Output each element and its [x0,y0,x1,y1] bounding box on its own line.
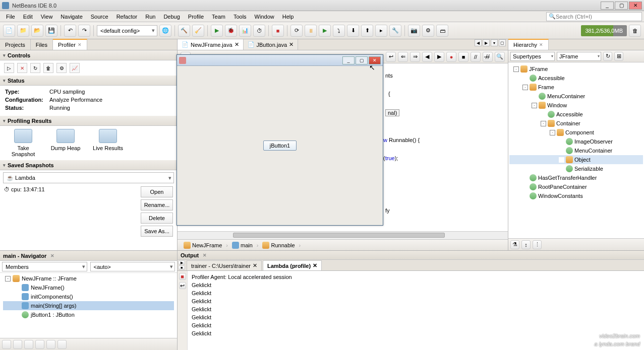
horizontal-scrollbar[interactable] [178,231,508,239]
menu-tools[interactable]: Tools [229,13,251,21]
saved-project-dropdown[interactable]: ☕ Lambda [3,172,174,183]
navigator-node[interactable]: -NewJFrame :: JFrame [3,274,174,283]
minimize-button[interactable]: _ [601,2,614,10]
browser-button[interactable]: 🌐 [159,25,171,37]
close-icon[interactable]: ✕ [235,41,239,48]
collapse-icon[interactable]: ▾ [3,78,6,83]
continue-button[interactable]: ▶ [319,25,331,37]
tree-toggle-icon[interactable] [532,94,537,99]
tree-toggle-icon[interactable] [14,303,20,309]
run-to-cursor-button[interactable]: ▸ [375,25,387,37]
close-icon[interactable]: ✕ [313,262,317,269]
running-app-window[interactable]: _ ▢ ✕ jButton1 [177,54,383,226]
reset-results-button[interactable]: ↻ [30,63,40,73]
profile-project-button[interactable]: ⚙ [422,25,434,37]
run-gc-button[interactable]: 🗑 [43,63,53,73]
delete-snapshot-button[interactable]: Delete [141,213,173,224]
tree-toggle-icon[interactable] [14,312,20,318]
step-into-button[interactable]: ⬇ [347,25,359,37]
hierarchy-node[interactable]: -JFrame [509,64,643,74]
hierarchy-node[interactable]: WindowConstants [509,191,643,200]
hierarchy-node[interactable]: Accessible [509,110,643,119]
uncomment-button[interactable]: /̶/̶ [483,52,493,62]
hierarchy-node[interactable]: Accessible [509,74,643,83]
modify-profiling-button[interactable]: ⚙ [56,63,67,73]
sort-source-button[interactable] [57,340,67,349]
tree-toggle-icon[interactable] [559,157,564,163]
dump-heap-button[interactable]: Dump Heap [47,129,84,157]
rename-snapshot-button[interactable]: Rename... [141,199,173,211]
tree-toggle-icon[interactable] [559,139,564,145]
memory-indicator[interactable]: 381,2/536,0MB [581,25,627,36]
menu-edit[interactable]: Edit [19,13,37,21]
tree-toggle-icon[interactable] [522,193,528,199]
output-content[interactable]: Profiler Agent: Local accelerated sessio… [188,271,644,350]
stop-output-button[interactable]: ■ [178,265,185,270]
build-button[interactable]: 🔨 [178,25,190,37]
menu-source[interactable]: Source [87,13,112,21]
stop-button[interactable]: ■ [272,25,284,37]
running-minimize-button[interactable]: _ [342,56,355,64]
hierarchy-node[interactable]: RootPaneContainer [509,182,643,191]
breadcrumb-inner[interactable]: Runnable [260,242,297,249]
collapse-icon[interactable]: ▾ [3,163,6,168]
menu-help[interactable]: Help [278,13,298,21]
close-button[interactable]: ✕ [629,2,642,10]
menu-window[interactable]: Window [251,13,278,21]
navigator-node[interactable]: initComponents() [3,292,174,301]
output-tab-trainer[interactable]: trainer - C:\Users\trainer✕ [187,260,262,270]
output-tab-lambda[interactable]: Lambda (profile)✕ [263,260,322,270]
navigator-scope-dropdown[interactable]: <auto> [90,262,175,271]
pause-button[interactable]: ⏸ [305,25,317,37]
snapshot-item[interactable]: ⏱ cpu: 13:47:11 [4,186,137,192]
menu-navigate[interactable]: Navigate [56,13,86,21]
redo-button[interactable]: ↷ [78,25,90,37]
hierarchy-node[interactable]: Serializable [509,164,643,173]
scroll-right-button[interactable]: ▶ [483,39,490,46]
running-maximize-button[interactable]: ▢ [356,56,368,64]
apply-code-changes-button[interactable]: 🔧 [389,25,401,37]
show-inherited-button[interactable] [2,340,11,349]
tab-hierarchy[interactable]: Hierarchy✕ [508,39,549,50]
rerun-button[interactable]: ⟳ [290,25,303,37]
tree-toggle-icon[interactable] [559,148,564,154]
quick-search[interactable]: 🔍 [546,12,642,21]
search-input[interactable] [556,14,639,20]
scrollbar-thumb[interactable] [233,233,445,238]
tree-toggle-icon[interactable] [14,285,20,291]
editor-tab-jbutton[interactable]: 📄JButton.java✕ [244,39,299,50]
navigator-node[interactable]: NewJFrame() [3,283,174,292]
profile-button[interactable]: 📊 [239,25,251,37]
menu-profile[interactable]: Profile [184,13,208,21]
navigator-node[interactable]: main(String[] args) [3,301,174,310]
hierarchy-node[interactable]: HasGetTransferHandler [509,173,643,182]
last-edit-button[interactable]: ↩ [386,52,396,62]
breadcrumb-class[interactable]: NewJFrame [182,242,224,249]
shift-right-button[interactable]: ▶ [434,52,444,62]
navigator-node[interactable]: jButton1 : JButton [3,310,174,319]
show-nonpublic-button[interactable] [35,340,44,349]
tree-toggle-icon[interactable]: - [522,85,528,90]
start-macro-button[interactable]: ● [446,52,456,62]
collapse-icon[interactable]: ▾ [3,53,6,58]
tree-toggle-icon[interactable] [541,112,546,117]
tab-profiler[interactable]: Profiler✕ [53,39,87,50]
run-button[interactable]: ▶ [211,25,223,37]
jbutton1[interactable]: jButton1 [263,141,297,151]
debug-button[interactable]: 🐞 [225,25,237,37]
hierarchy-tree[interactable]: -JFrameAccessible-FrameMenuContainer-Win… [508,62,644,238]
show-list-button[interactable]: ▾ [491,39,498,46]
hierarchy-node[interactable]: -Window [509,101,643,110]
navigator-tree[interactable]: -NewJFrame :: JFrameNewJFrame()initCompo… [0,273,177,338]
hierarchy-node[interactable]: -Container [509,119,643,128]
close-icon[interactable]: ✕ [253,262,257,269]
hierarchy-class-dropdown[interactable]: JFrame [557,52,601,61]
tree-toggle-icon[interactable] [522,175,528,181]
live-results-button[interactable]: Live Results [90,129,126,157]
maximize-editor-button[interactable]: ▢ [499,39,506,46]
sort-name-button[interactable] [46,340,55,349]
running-close-button[interactable]: ✕ [369,56,381,64]
menu-run[interactable]: Run [141,13,159,21]
tab-projects[interactable]: Projects [0,39,31,50]
undo-button[interactable]: ↶ [64,25,76,37]
